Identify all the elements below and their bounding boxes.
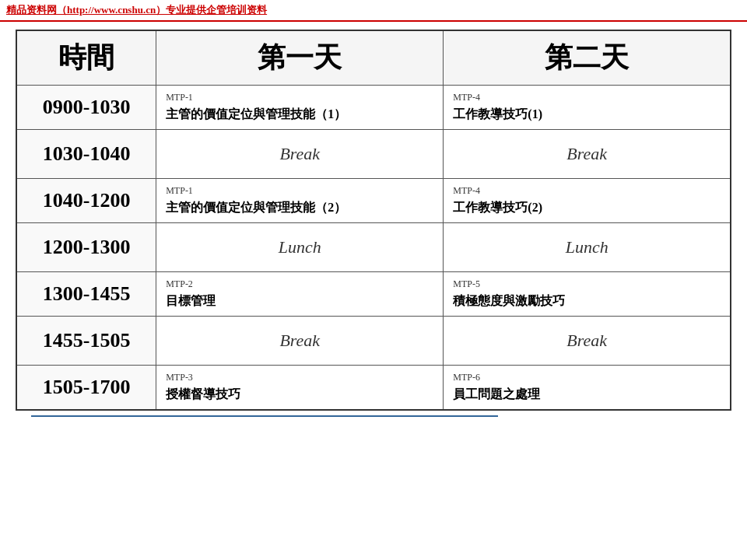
session-label: MTP-5 <box>453 278 721 290</box>
top-bar-text: 精品资料网（http://www.cnshu.cn）专业提供企管培训资料 <box>6 4 267 16</box>
day1-session-cell: MTP-3授權督導技巧 <box>156 366 444 411</box>
day2-break-cell: Lunch <box>444 223 731 272</box>
table-row: 1200-1300LunchLunch <box>16 223 731 272</box>
header-time: 時間 <box>16 30 156 86</box>
time-cell: 1030-1040 <box>16 130 156 179</box>
session-label: MTP-4 <box>453 185 721 197</box>
session-title: 工作教導技巧(2) <box>453 200 721 216</box>
session-title: 目標管理 <box>166 293 433 310</box>
day2-session-cell: MTP-5積極態度與激勵技巧 <box>444 272 731 317</box>
bottom-line <box>31 415 498 417</box>
time-cell: 1200-1300 <box>16 223 156 272</box>
day2-break-cell: Break <box>444 317 731 366</box>
day1-session-cell: MTP-2目標管理 <box>156 272 444 317</box>
day1-break-cell: Lunch <box>156 223 444 272</box>
day2-session-cell: MTP-4工作教導技巧(1) <box>444 86 731 130</box>
header-day1: 第一天 <box>156 30 444 86</box>
time-cell: 0900-1030 <box>16 86 156 130</box>
table-row: 1300-1455MTP-2目標管理MTP-5積極態度與激勵技巧 <box>16 272 731 317</box>
day2-session-cell: MTP-6員工問題之處理 <box>444 366 731 411</box>
header-day2: 第二天 <box>444 30 731 86</box>
table-row: 1455-1505BreakBreak <box>16 317 731 366</box>
table-row: 1040-1200MTP-1主管的價值定位與管理技能（2）MTP-4工作教導技巧… <box>16 179 731 223</box>
session-title: 工作教導技巧(1) <box>453 107 721 123</box>
day1-session-cell: MTP-1主管的價值定位與管理技能（2） <box>156 179 444 223</box>
day1-break-cell: Break <box>156 130 444 179</box>
session-title: 員工問題之處理 <box>453 387 721 403</box>
session-title: 主管的價值定位與管理技能（2） <box>166 200 433 216</box>
day2-break-cell: Break <box>444 130 731 179</box>
time-cell: 1505-1700 <box>16 366 156 411</box>
table-row: 1505-1700MTP-3授權督導技巧MTP-6員工問題之處理 <box>16 366 731 411</box>
time-cell: 1455-1505 <box>16 317 156 366</box>
table-wrapper: 時間 第一天 第二天 0900-1030MTP-1主管的價值定位與管理技能（1）… <box>0 22 747 425</box>
top-bar: 精品资料网（http://www.cnshu.cn）专业提供企管培训资料 <box>0 0 747 22</box>
header-row: 時間 第一天 第二天 <box>16 30 731 86</box>
session-label: MTP-3 <box>166 372 433 383</box>
session-title: 授權督導技巧 <box>166 387 433 403</box>
day1-break-cell: Break <box>156 317 444 366</box>
session-label: MTP-1 <box>166 185 433 197</box>
day2-session-cell: MTP-4工作教導技巧(2) <box>444 179 731 223</box>
table-row: 1030-1040BreakBreak <box>16 130 731 179</box>
time-cell: 1040-1200 <box>16 179 156 223</box>
session-label: MTP-6 <box>453 372 721 383</box>
session-label: MTP-4 <box>453 92 721 103</box>
session-label: MTP-2 <box>166 278 433 290</box>
session-title: 主管的價值定位與管理技能（1） <box>166 107 433 123</box>
session-title: 積極態度與激勵技巧 <box>453 293 721 310</box>
schedule-table: 時間 第一天 第二天 0900-1030MTP-1主管的價值定位與管理技能（1）… <box>16 30 731 411</box>
table-row: 0900-1030MTP-1主管的價值定位與管理技能（1）MTP-4工作教導技巧… <box>16 86 731 130</box>
day1-session-cell: MTP-1主管的價值定位與管理技能（1） <box>156 86 444 130</box>
session-label: MTP-1 <box>166 92 433 103</box>
time-cell: 1300-1455 <box>16 272 156 317</box>
